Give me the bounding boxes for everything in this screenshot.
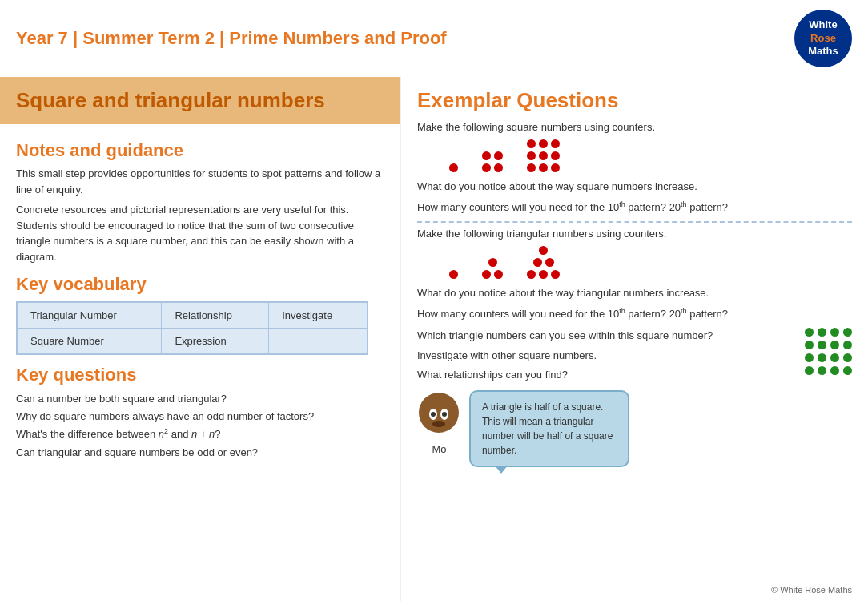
notes-text-2: Concrete resources and pictorial represe… (16, 202, 384, 264)
header: Year 7 | Summer Term 2 | Prime Numbers a… (0, 0, 868, 77)
notes-text-1: This small step provides opportunities f… (16, 166, 384, 197)
vocab-title: Key vocabulary (16, 274, 384, 295)
dot (488, 258, 497, 267)
notes-title: Notes and guidance (16, 140, 384, 161)
speech-text: A triangle is half of a square. This wil… (482, 401, 613, 456)
dot (539, 151, 548, 160)
footer: © White Rose Maths (771, 585, 852, 595)
mo-avatar (417, 390, 461, 438)
dot (545, 258, 554, 267)
dot (539, 163, 548, 172)
header-title: Year 7 | Summer Term 2 | Prime Numbers a… (16, 28, 447, 49)
dot (533, 258, 542, 267)
mo-figure: Mo (417, 390, 461, 455)
green-row-2 (805, 341, 852, 349)
bottom-left: Which triangle numbers can you see withi… (417, 328, 789, 467)
vocab-cell-empty (269, 329, 368, 354)
logo-maths: Maths (808, 45, 838, 58)
triangular-dots-pattern (449, 246, 852, 279)
left-content: Notes and guidance This small step provi… (0, 124, 400, 470)
tri-question: What do you notice about the way triangu… (417, 285, 852, 302)
dot (551, 139, 560, 148)
green-row-3 (805, 353, 852, 362)
sq-question2: How many counters will you need for the … (417, 199, 852, 216)
tri-question2: How many counters will you need for the … (417, 305, 852, 323)
dot (551, 151, 560, 160)
mo-section: Mo A triangle is half of a square. This … (417, 390, 789, 467)
tri-dot-1 (449, 270, 458, 279)
bottom-q1: Which triangle numbers can you see withi… (417, 328, 789, 345)
left-column: Square and triangular numbers Notes and … (0, 77, 400, 601)
sq-intro: Make the following square numbers using … (417, 121, 852, 133)
dot (482, 270, 491, 279)
svg-point-3 (431, 412, 436, 417)
logo: White Rose Maths (794, 10, 852, 67)
svg-point-5 (432, 421, 445, 427)
dot (539, 270, 548, 279)
vocab-table: Triangular Number Relationship Investiga… (16, 301, 368, 355)
dot (449, 163, 458, 172)
vocab-row-1: Triangular Number Relationship Investiga… (18, 303, 368, 329)
logo-rose: Rose (810, 32, 836, 46)
square-dot-1 (449, 163, 458, 172)
footer-text: © White Rose Maths (771, 585, 852, 595)
tri-dot-6 (527, 246, 560, 279)
svg-point-4 (442, 412, 447, 417)
vocab-row-2: Square Number Expression (18, 329, 368, 354)
tri-dot-3 (482, 258, 503, 279)
dot (551, 163, 560, 172)
main-content: Square and triangular numbers Notes and … (0, 77, 868, 601)
question-2: Why do square numbers always have an odd… (16, 408, 384, 426)
tri-intro: Make the following triangular numbers us… (417, 228, 852, 240)
vocab-cell-relationship: Relationship (162, 303, 269, 329)
right-column: Exemplar Questions Make the following sq… (400, 77, 868, 601)
key-questions: Can a number be both square and triangul… (16, 390, 384, 462)
sq-question: What do you notice about the way square … (417, 179, 852, 196)
vocab-cell-investigate: Investigate (269, 303, 368, 329)
green-dots-grid (805, 328, 852, 375)
questions-title: Key questions (16, 365, 384, 385)
bottom-q3: What relationships can you find? (417, 367, 789, 384)
question-4: Can triangular and square numbers be odd… (16, 444, 384, 462)
square-dot-9 (527, 139, 560, 172)
header-year: Year 7 | (16, 28, 78, 48)
vocab-cell-square-number: Square Number (18, 329, 162, 354)
speech-bubble: A triangle is half of a square. This wil… (469, 390, 629, 467)
dot (494, 163, 503, 172)
dot (527, 270, 536, 279)
dot (482, 163, 491, 172)
section-banner: Square and triangular numbers (0, 77, 400, 124)
bottom-q2: Investigate with other square numbers. (417, 348, 789, 365)
dot (527, 139, 536, 148)
bottom-section: Which triangle numbers can you see withi… (417, 328, 852, 467)
mo-label: Mo (432, 443, 446, 455)
square-dots-pattern (449, 139, 852, 172)
exemplar-title: Exemplar Questions (417, 88, 852, 113)
vocab-cell-triangular-number: Triangular Number (18, 303, 162, 329)
green-row-4 (805, 366, 852, 375)
square-dot-4 (482, 151, 503, 172)
dot (494, 151, 503, 160)
section-banner-title: Square and triangular numbers (16, 88, 384, 113)
logo-white: White (809, 18, 837, 32)
dot (494, 270, 503, 279)
green-row-1 (805, 328, 852, 337)
header-term: Summer Term 2 | Prime Numbers and Proof (82, 28, 446, 48)
dashed-divider (417, 221, 852, 223)
question-3: What's the difference between n2 and n +… (16, 426, 384, 443)
question-1: Can a number be both square and triangul… (16, 390, 384, 408)
dot (539, 246, 548, 255)
dot (527, 163, 536, 172)
vocab-cell-expression: Expression (162, 329, 269, 354)
vocab-grid: Triangular Number Relationship Investiga… (17, 302, 368, 354)
dot (449, 270, 458, 279)
dot (539, 139, 548, 148)
dot (527, 151, 536, 160)
dot (551, 270, 560, 279)
dot (482, 151, 491, 160)
